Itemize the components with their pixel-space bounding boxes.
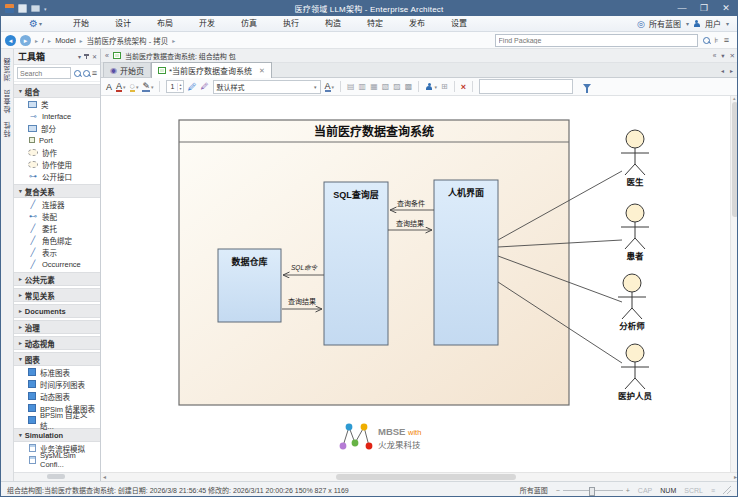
user-caret-icon[interactable]: ▾ bbox=[726, 20, 729, 27]
side-tab-properties[interactable]: 特性 bbox=[3, 121, 13, 137]
toolbox-section-composite[interactable]: ▾组合 bbox=[14, 84, 100, 98]
nav-back-button[interactable]: ◂ bbox=[5, 35, 16, 46]
collapse-right-icon[interactable]: « bbox=[713, 52, 717, 59]
tab-close-icon[interactable]: ✕ bbox=[259, 67, 265, 75]
find-package-input[interactable] bbox=[495, 34, 698, 47]
filter-funnel-icon[interactable] bbox=[583, 84, 591, 89]
perspective-selector[interactable]: 所有蓝图 bbox=[649, 18, 681, 29]
header-dropdown-icon[interactable]: ▾ bbox=[721, 52, 724, 60]
header-close-icon[interactable]: ✕ bbox=[730, 52, 735, 60]
vertical-scroll-thumb[interactable] bbox=[732, 102, 738, 217]
minimize-button[interactable]: — bbox=[671, 1, 693, 16]
toolbox-hamburger-icon[interactable]: ≡ bbox=[92, 68, 97, 78]
font-icon[interactable]: A bbox=[106, 82, 112, 92]
user-menu[interactable]: 用户 bbox=[705, 18, 721, 29]
actor-analyst[interactable]: 分析师 bbox=[618, 274, 646, 331]
horizontal-scroll-thumb[interactable] bbox=[336, 474, 516, 480]
actor-visibility-icon[interactable] bbox=[425, 83, 433, 91]
caret-icon[interactable]: ▾ bbox=[123, 84, 126, 90]
caret-icon[interactable]: ▾ bbox=[434, 84, 437, 90]
grid-icon[interactable]: ⊞ bbox=[441, 82, 448, 91]
component-human-machine-interface[interactable]: 人机界面 bbox=[434, 180, 498, 345]
search-options-icon[interactable] bbox=[83, 70, 89, 77]
perspective-caret-icon[interactable]: ▾ bbox=[686, 20, 689, 27]
breadcrumb-package[interactable]: 当前医疗系统架构 - 拷贝 bbox=[87, 35, 169, 46]
ribbon-tab-settings[interactable]: 设置 bbox=[438, 16, 480, 31]
ribbon-tab-simulate[interactable]: 仿真 bbox=[228, 16, 270, 31]
same-width-icon[interactable]: ▧ bbox=[382, 82, 390, 91]
toolbox-section-dynamic-view[interactable]: ▸动态视角 bbox=[14, 336, 100, 350]
actor-medical-staff[interactable]: 医护人员 bbox=[618, 344, 653, 401]
toolbox-menu-icon[interactable]: ▾ bbox=[78, 53, 81, 60]
nav-forward-button[interactable]: ▸ bbox=[20, 35, 31, 46]
ribbon-tab-publish[interactable]: 发布 bbox=[396, 16, 438, 31]
line-color-icon[interactable]: ✎ bbox=[142, 82, 150, 92]
toolbox-horizontal-scrollbar[interactable] bbox=[14, 472, 100, 481]
actor-patient[interactable]: 患者 bbox=[621, 204, 649, 261]
ribbon-tab-develop[interactable]: 开发 bbox=[186, 16, 228, 31]
diagram-filter-input[interactable] bbox=[479, 79, 573, 94]
toolbox-item-collaboration-use[interactable]: 协作使用 bbox=[14, 158, 100, 170]
toolbox-item-standard-chart[interactable]: 标准图表 bbox=[14, 366, 100, 378]
gear-icon[interactable]: ⚙ bbox=[29, 19, 38, 29]
caret-icon[interactable]: ▾ bbox=[332, 84, 335, 90]
step-down-icon[interactable]: ▾ bbox=[179, 87, 181, 91]
scroll-up-icon[interactable]: ▴ bbox=[733, 96, 736, 101]
space-evenly-icon[interactable]: ▩ bbox=[405, 82, 413, 91]
copy-style-icon[interactable]: 🖉 bbox=[201, 82, 209, 91]
toolbox-item-connector[interactable]: ╱连接器 bbox=[14, 198, 100, 210]
caret-icon[interactable]: ▾ bbox=[136, 84, 139, 90]
pin-icon[interactable] bbox=[84, 53, 89, 59]
align-left-icon[interactable]: ▤ bbox=[347, 82, 355, 91]
toolbox-section-common-relations[interactable]: ▸常见关系 bbox=[14, 288, 100, 302]
toolbox-section-charts[interactable]: ▾图表 bbox=[14, 352, 100, 366]
zoom-out-icon[interactable]: − bbox=[556, 487, 560, 494]
zoom-in-icon[interactable]: + bbox=[626, 487, 630, 494]
toolbox-item-interface[interactable]: ⊸Interface bbox=[14, 110, 100, 122]
maximize-button[interactable]: ❐ bbox=[693, 1, 715, 16]
toolbox-item-port[interactable]: Port bbox=[14, 134, 100, 146]
breadcrumb-model[interactable]: Model bbox=[55, 36, 75, 45]
toolbox-item-sysmlsim-config[interactable]: SysMLSim Confi... bbox=[14, 454, 100, 466]
diagram-canvas[interactable]: 当前医疗数据查询系统 数据仓库 SQL查询层 人机界面 bbox=[101, 96, 738, 472]
toolbox-section-composite-relations[interactable]: ▾复合关系 bbox=[14, 184, 100, 198]
scroll-right-icon[interactable]: ▸ bbox=[734, 473, 737, 481]
gear-dropdown-icon[interactable]: ▾ bbox=[39, 20, 42, 27]
toolbox-item-delegate[interactable]: ╱委托 bbox=[14, 222, 100, 234]
toolbox-item-represents[interactable]: ╱表示 bbox=[14, 246, 100, 258]
line-width-stepper[interactable]: 1 ▴▾ bbox=[166, 80, 183, 93]
scroll-left-icon[interactable]: ◂ bbox=[103, 473, 106, 481]
component-data-warehouse[interactable]: 数据仓库 bbox=[218, 249, 281, 322]
status-perspective[interactable]: 所有蓝图 bbox=[520, 485, 548, 495]
toolbox-item-occurrence[interactable]: ╱Occurrence bbox=[14, 258, 100, 270]
zoom-slider-thumb[interactable] bbox=[589, 487, 595, 496]
ribbon-tab-design[interactable]: 设计 bbox=[102, 16, 144, 31]
toolbox-section-governance[interactable]: ▸治理 bbox=[14, 320, 100, 334]
toolbox-item-time-series-chart[interactable]: 时间序列图表 bbox=[14, 378, 100, 390]
horizontal-scrollbar[interactable]: ◂ ▸ bbox=[101, 472, 738, 481]
toolbox-item-dynamic-chart[interactable]: 动态图表 bbox=[14, 390, 100, 402]
status-menu-icon[interactable]: ≡ bbox=[711, 487, 715, 494]
collapse-left-icon[interactable]: « bbox=[105, 52, 109, 59]
sort-filter-icon[interactable]: ⊧ bbox=[715, 36, 719, 45]
style-dropdown[interactable]: 默认样式 ▾ bbox=[213, 80, 321, 94]
zoom-slider[interactable]: − + bbox=[556, 487, 630, 494]
caret-icon[interactable]: ▾ bbox=[151, 84, 154, 90]
toolbox-section-common-elements[interactable]: ▸公共元素 bbox=[14, 272, 100, 286]
side-tab-inspector[interactable]: 检查员 bbox=[3, 89, 13, 113]
toolbox-item-role-binding[interactable]: ╱角色绑定 bbox=[14, 234, 100, 246]
toolbox-item-part[interactable]: 部分 bbox=[14, 122, 100, 134]
toolbox-item-class[interactable]: 类 bbox=[14, 98, 100, 110]
search-icon[interactable] bbox=[74, 70, 80, 77]
text-color-icon[interactable]: A bbox=[116, 82, 122, 92]
component-sql-query-layer[interactable]: SQL查询层 bbox=[324, 182, 388, 345]
vertical-scrollbar[interactable]: ▴ bbox=[730, 96, 738, 472]
actor-doctor[interactable]: 医生 bbox=[621, 130, 649, 187]
ribbon-tab-start[interactable]: 开始 bbox=[60, 16, 102, 31]
breadcrumb-root[interactable]: / bbox=[42, 36, 44, 45]
fill-color-icon[interactable]: ◌ bbox=[130, 82, 135, 92]
resize-grip[interactable] bbox=[723, 486, 731, 494]
ribbon-tab-layout[interactable]: 布局 bbox=[144, 16, 186, 31]
close-button[interactable]: ✕ bbox=[715, 1, 737, 16]
tab-current-diagram[interactable]: *当前医疗数据查询系统 ✕ bbox=[151, 62, 272, 78]
